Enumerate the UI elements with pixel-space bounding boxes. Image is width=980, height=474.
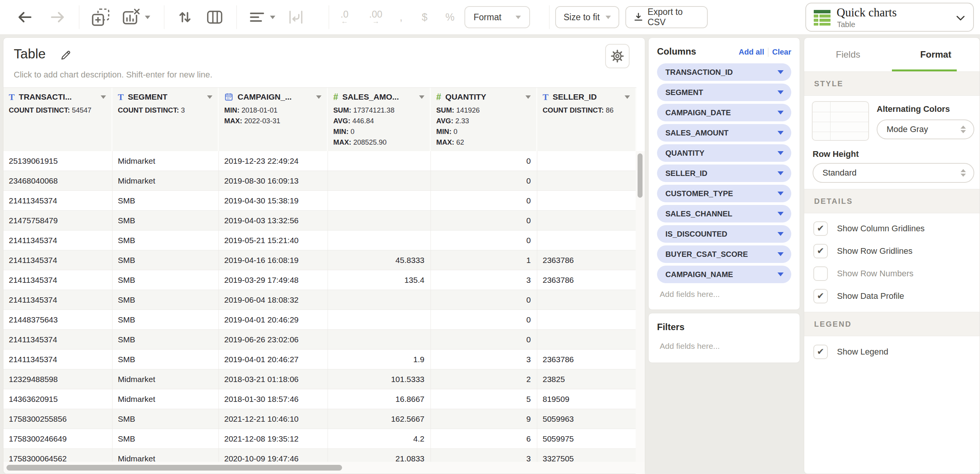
pill-menu-chevron-icon[interactable] <box>778 212 784 216</box>
table-cell <box>328 231 431 250</box>
tab-fields[interactable]: Fields <box>804 38 892 71</box>
duplicate-chart-button[interactable] <box>92 8 110 26</box>
chart-settings-button[interactable] <box>605 44 630 68</box>
column-menu-chevron-icon[interactable] <box>625 95 630 99</box>
table-cell <box>537 151 636 171</box>
table-cell: Midmarket <box>112 389 219 409</box>
pill-menu-chevron-icon[interactable] <box>778 252 784 256</box>
table-cell: 1758300246649 <box>3 429 112 449</box>
column-field-list: TRANSACTION_IDSEGMENTCAMPAIGN_DATESALES_… <box>657 63 791 283</box>
column-settings-button[interactable] <box>206 8 223 26</box>
decrease-decimal-button[interactable]: .0← <box>341 10 349 24</box>
pill-menu-chevron-icon[interactable] <box>778 90 784 94</box>
column-menu-chevron-icon[interactable] <box>525 95 531 99</box>
chart-type-picker[interactable]: Quick charts Table <box>805 3 974 32</box>
column-header-campaign-[interactable]: CAMPAIGN_...MIN: 2018-01-01MAX: 2022-03-… <box>219 88 328 151</box>
column-header-quantity[interactable]: #QUANTITYSUM: 141926AVG: 2.33MIN: 0MAX: … <box>431 88 537 151</box>
column-menu-chevron-icon[interactable] <box>207 95 212 99</box>
number-type-icon: # <box>436 93 441 102</box>
table-cell: 162.5667 <box>328 409 431 429</box>
column-menu-chevron-icon[interactable] <box>419 95 424 99</box>
column-pill-label: SEGMENT <box>665 88 703 97</box>
horizontal-scrollbar-thumb[interactable] <box>6 465 342 471</box>
column-header-seller-id[interactable]: TSELLER_IDCOUNT DISTINCT: 86 <box>537 88 636 151</box>
table-cell: 14363620915 <box>3 389 112 409</box>
pill-menu-chevron-icon[interactable] <box>778 192 784 195</box>
table-cell: 0 <box>431 171 537 191</box>
column-header-sales-amo-[interactable]: #SALES_AMO...SUM: 17374121.38AVG: 446.84… <box>328 88 431 151</box>
pill-menu-chevron-icon[interactable] <box>778 151 784 155</box>
format-dropdown-button[interactable]: Format <box>464 6 530 28</box>
table-row: 23468040068Midmarket2019-08-30 16:09:130 <box>3 171 636 191</box>
column-header-transacti-[interactable]: TTRANSACTI...COUNT DISTINCT: 54547 <box>3 88 112 151</box>
text-type-icon: T <box>9 93 14 102</box>
tab-format[interactable]: Format <box>892 38 980 71</box>
checkbox-checked-show-column-gridlines[interactable]: ✔ <box>813 221 828 236</box>
column-pill-customer_type[interactable]: CUSTOMER_TYPE <box>657 185 791 202</box>
thousands-separator-button[interactable]: , <box>400 11 403 23</box>
increase-decimal-button[interactable]: .00→ <box>369 10 382 24</box>
column-pill-segment[interactable]: SEGMENT <box>657 84 791 101</box>
checkbox-checked-show-row-gridlines[interactable]: ✔ <box>813 244 828 258</box>
toolbar-divider <box>164 5 164 29</box>
delete-chart-button[interactable] <box>122 8 150 26</box>
pill-menu-chevron-icon[interactable] <box>778 70 784 74</box>
table-cell: 101.5333 <box>328 369 431 389</box>
checkbox-checked-show-data-profile[interactable]: ✔ <box>813 289 828 303</box>
size-to-fit-dropdown-button[interactable]: Size to fit <box>555 6 619 28</box>
undo-back-button[interactable] <box>16 8 34 26</box>
pill-menu-chevron-icon[interactable] <box>778 272 784 276</box>
column-pill-sales_amount[interactable]: SALES_AMOUNT <box>657 124 791 142</box>
table-row: 21411345374SMB2019-06-04 18:08:320 <box>3 290 636 310</box>
table-cell <box>328 310 431 330</box>
column-pill-sales_channel[interactable]: SALES_CHANNEL <box>657 205 791 222</box>
horizontal-scrollbar[interactable] <box>3 462 645 474</box>
edit-title-button[interactable] <box>60 49 72 61</box>
column-pill-transaction_id[interactable]: TRANSACTION_ID <box>657 63 791 81</box>
align-button[interactable] <box>249 9 275 26</box>
column-pill-seller_id[interactable]: SELLER_ID <box>657 164 791 182</box>
checkbox-checked-show-legend[interactable]: ✔ <box>813 345 828 359</box>
table-cell: 21411345374 <box>3 350 112 369</box>
filters-add-fields-placeholder[interactable]: Add fields here... <box>657 342 791 351</box>
chart-description-placeholder[interactable]: Click to add chart description. Shift-en… <box>14 70 212 80</box>
export-to-csv-button[interactable]: Export to CSV <box>625 6 708 28</box>
column-pill-quantity[interactable]: QUANTITY <box>657 144 791 162</box>
redo-forward-button[interactable] <box>49 8 66 26</box>
column-pill-campaign_name[interactable]: CAMPAIGN_NAME <box>657 266 791 283</box>
columns-panel-title: Columns <box>657 46 696 57</box>
vertical-scrollbar-thumb[interactable] <box>638 153 643 198</box>
row-height-select[interactable]: Standard <box>813 163 974 183</box>
details-options: ✔Show Column Gridlines✔Show Row Gridline… <box>804 217 980 307</box>
clear-link[interactable]: Clear <box>772 48 791 56</box>
column-menu-chevron-icon[interactable] <box>316 95 321 99</box>
align-left-icon <box>249 9 265 26</box>
pencil-icon <box>60 49 72 61</box>
column-pill-campaign_date[interactable]: CAMPAIGN_DATE <box>657 104 791 121</box>
currency-format-button[interactable]: $ <box>422 11 427 23</box>
arrow-right-icon <box>49 8 66 26</box>
column-pill-buyer_csat_score[interactable]: BUYER_CSAT_SCORE <box>657 245 791 263</box>
column-header-segment[interactable]: TSEGMENTCOUNT DISTINCT: 3 <box>112 88 219 151</box>
chart-card: Table Click to add chart description. Sh… <box>3 37 645 474</box>
percent-format-button[interactable]: % <box>445 11 455 23</box>
pill-menu-chevron-icon[interactable] <box>778 131 784 135</box>
columns-add-fields-placeholder[interactable]: Add fields here... <box>657 290 791 299</box>
checkbox-unchecked-show-row-numbers[interactable] <box>813 266 828 281</box>
vertical-scrollbar[interactable] <box>636 151 645 474</box>
alternating-colors-select[interactable]: Mode Gray <box>877 119 974 139</box>
table-cell: SMB <box>112 250 219 270</box>
pill-menu-chevron-icon[interactable] <box>778 171 784 175</box>
column-pill-is_discounted[interactable]: IS_DISCOUNTED <box>657 225 791 243</box>
table-cell: 2019-04-16 16:08:19 <box>219 250 328 270</box>
table-cell: 2021-12-08 19:35:12 <box>219 429 328 449</box>
table-cell: 23468040068 <box>3 171 112 191</box>
table-cell: 21411345374 <box>3 231 112 250</box>
column-menu-chevron-icon[interactable] <box>101 95 106 99</box>
pill-menu-chevron-icon[interactable] <box>778 232 784 236</box>
wrap-text-button[interactable] <box>287 8 304 26</box>
format-panel: Fields Format STYLE Alternating Colors M… <box>804 37 980 474</box>
pill-menu-chevron-icon[interactable] <box>778 111 784 114</box>
sort-button[interactable] <box>176 8 194 26</box>
add-all-link[interactable]: Add all <box>739 48 764 56</box>
